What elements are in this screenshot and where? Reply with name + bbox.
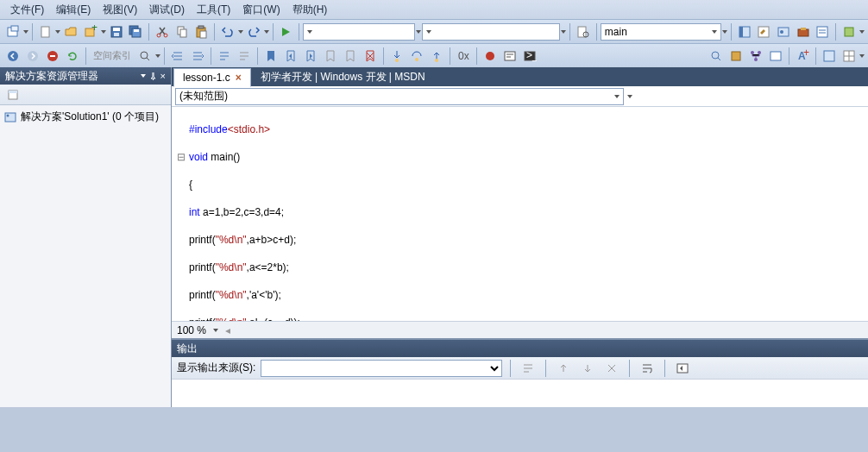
- output-goto-button[interactable]: [673, 359, 692, 378]
- tab-lesson1[interactable]: lesson-1.c ×: [173, 68, 251, 87]
- show-all-files-button[interactable]: A+: [793, 47, 812, 66]
- step-over-button[interactable]: [407, 47, 426, 66]
- find-in-files-button[interactable]: [574, 22, 593, 41]
- bookmark-next-folder-button[interactable]: [341, 47, 360, 66]
- add-item-button[interactable]: +: [81, 22, 100, 41]
- tab-close-icon[interactable]: ×: [236, 72, 242, 84]
- indent-less-button[interactable]: [168, 47, 187, 66]
- output-find-button[interactable]: [519, 359, 538, 378]
- output-window-button[interactable]: [500, 47, 519, 66]
- code-definition-button[interactable]: [766, 47, 785, 66]
- zoom-dropdown[interactable]: [213, 329, 218, 332]
- breakpoints-button[interactable]: [481, 47, 500, 66]
- member-combo-dropdown[interactable]: [627, 87, 632, 106]
- bookmark-next-button[interactable]: [301, 47, 320, 66]
- solution-root-node[interactable]: 解决方案'Solution1' (0 个项目): [3, 109, 167, 125]
- class-view-button[interactable]: [726, 47, 745, 66]
- new-file-button[interactable]: [36, 22, 55, 41]
- menu-edit[interactable]: 编辑(E): [51, 1, 96, 19]
- tab-lesson1-label: lesson-1.c: [183, 72, 230, 84]
- menu-window[interactable]: 窗口(W): [237, 1, 285, 19]
- svg-rect-32: [50, 55, 55, 57]
- immediate-window-button[interactable]: >_: [520, 47, 539, 66]
- nav-back-button[interactable]: [3, 47, 22, 66]
- find-symbol-button[interactable]: [707, 47, 726, 66]
- solution-tree[interactable]: 解决方案'Solution1' (0 个项目): [0, 105, 171, 129]
- editor-panel: lesson-1.c × 初学者开发 | Windows 开发 | MSDN (…: [172, 67, 868, 407]
- extension-manager-button[interactable]: [840, 22, 859, 41]
- close-panel-button[interactable]: ×: [160, 72, 166, 81]
- output-wordwrap-button[interactable]: [638, 359, 657, 378]
- menu-view[interactable]: 视图(V): [97, 1, 142, 19]
- paste-button[interactable]: [192, 22, 211, 41]
- menu-tools[interactable]: 工具(T): [192, 1, 236, 19]
- scope-combo[interactable]: (未知范围): [175, 88, 624, 105]
- new-project-button[interactable]: [3, 22, 22, 41]
- tab-msdn[interactable]: 初学者开发 | Windows 开发 | MSDN: [251, 67, 435, 86]
- scope-value: (未知范围): [179, 89, 228, 104]
- solution-config-dropdown[interactable]: [416, 22, 421, 41]
- menu-file[interactable]: 文件(F): [5, 1, 49, 19]
- start-debug-button[interactable]: [277, 22, 296, 41]
- indent-more-button[interactable]: [188, 47, 207, 66]
- bookmark-toggle-button[interactable]: [261, 47, 280, 66]
- svg-text:>_: >_: [526, 49, 537, 61]
- open-file-button[interactable]: [61, 22, 80, 41]
- properties-button[interactable]: [755, 22, 774, 41]
- cut-button[interactable]: [153, 22, 172, 41]
- copy-button[interactable]: [173, 22, 192, 41]
- hex-display-button[interactable]: 0x: [454, 47, 473, 66]
- output-next-button[interactable]: [578, 359, 597, 378]
- output-source-combo[interactable]: [261, 360, 502, 377]
- view-2-button[interactable]: [840, 47, 859, 66]
- start-page-button[interactable]: [814, 22, 833, 41]
- add-item-dropdown[interactable]: [101, 22, 106, 41]
- svg-rect-25: [798, 29, 808, 36]
- output-text[interactable]: [172, 380, 868, 407]
- comment-button[interactable]: [215, 47, 234, 66]
- pin-icon[interactable]: [149, 72, 157, 80]
- find-combo[interactable]: main: [601, 23, 721, 41]
- toolbox-button[interactable]: [794, 22, 813, 41]
- panel-menu-dropdown[interactable]: [141, 74, 146, 78]
- view-dropdown[interactable]: [859, 47, 865, 66]
- redo-dropdown[interactable]: [264, 22, 269, 41]
- output-prev-button[interactable]: [554, 359, 573, 378]
- undo-dropdown[interactable]: [238, 22, 243, 41]
- redo-button[interactable]: [244, 22, 263, 41]
- svg-rect-14: [180, 29, 186, 37]
- save-all-button[interactable]: [126, 22, 145, 41]
- zoom-level[interactable]: 100 %: [177, 324, 206, 336]
- menu-debug[interactable]: 调试(D): [144, 1, 190, 19]
- step-into-button[interactable]: [387, 47, 406, 66]
- bookmark-prev-button[interactable]: [281, 47, 300, 66]
- bookmark-prev-folder-button[interactable]: [321, 47, 340, 66]
- save-button[interactable]: [107, 22, 126, 41]
- call-hierarchy-button[interactable]: [746, 47, 765, 66]
- properties-icon[interactable]: [3, 85, 22, 104]
- nav-stop-button[interactable]: [43, 47, 62, 66]
- object-browser-button[interactable]: [774, 22, 793, 41]
- menu-help[interactable]: 帮助(H): [287, 1, 333, 19]
- toolbar-text-editor: 空间索引 0x >_ A+: [0, 43, 868, 67]
- solution-explorer-button[interactable]: [735, 22, 754, 41]
- nav-refresh-button[interactable]: [63, 47, 82, 66]
- extension-dropdown[interactable]: [859, 22, 865, 41]
- find-dropdown[interactable]: [722, 22, 727, 41]
- solution-config-combo[interactable]: [303, 23, 415, 41]
- new-project-dropdown[interactable]: [23, 22, 28, 41]
- undo-button[interactable]: [218, 22, 237, 41]
- output-title: 输出: [177, 342, 198, 356]
- output-clear-button[interactable]: [602, 359, 621, 378]
- code-editor[interactable]: #include<stdio.h> ⊟void main() { int a=1…: [172, 107, 868, 321]
- step-out-button[interactable]: [427, 47, 446, 66]
- nav-forward-button[interactable]: [23, 47, 42, 66]
- bookmark-clear-button[interactable]: [361, 47, 380, 66]
- solution-platform-dropdown[interactable]: [561, 22, 566, 41]
- solution-platform-combo[interactable]: [422, 23, 560, 41]
- new-file-dropdown[interactable]: [55, 22, 60, 41]
- view-1-button[interactable]: [820, 47, 839, 66]
- uncomment-button[interactable]: [235, 47, 254, 66]
- space-search-dropdown[interactable]: [155, 47, 160, 66]
- space-search-button[interactable]: [135, 47, 154, 66]
